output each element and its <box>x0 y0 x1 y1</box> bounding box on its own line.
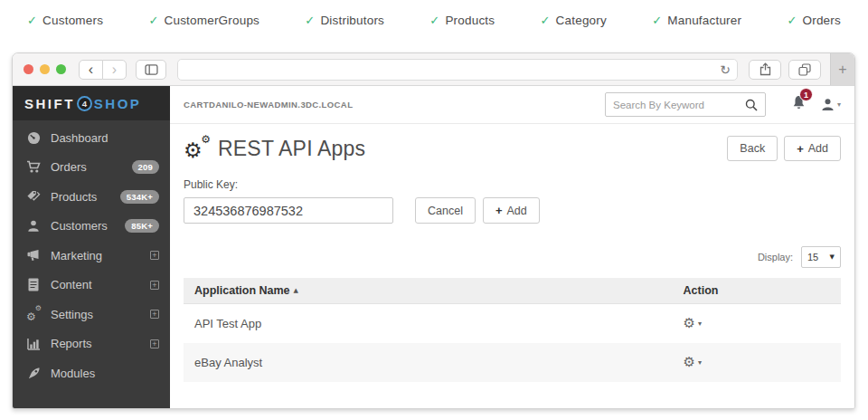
display-label: Display: <box>758 252 793 262</box>
checklist-label: Distributors <box>320 14 384 27</box>
browser-chrome: ‹ › ↻ + <box>13 53 854 86</box>
sidebar-item-content[interactable]: Content + <box>13 271 170 301</box>
address-bar[interactable] <box>178 60 737 80</box>
cancel-button[interactable]: Cancel <box>415 197 476 224</box>
sidebar-item-customers[interactable]: Customers 85K+ <box>13 212 170 242</box>
expand-icon[interactable]: + <box>150 310 159 319</box>
check-icon: ✓ <box>27 14 37 27</box>
checklist-item-orders: ✓ Orders <box>787 14 841 27</box>
browser-forward-button[interactable]: › <box>102 60 127 80</box>
sidebar-menu: Dashboard Orders 209 <box>13 120 170 388</box>
checklist-label: Products <box>445 14 495 27</box>
caret-down-icon: ▾ <box>698 358 702 367</box>
admin-header: CARTDANILO-NEWADMIN.3DC.LOCAL 1 <box>170 86 854 124</box>
orders-count-badge: 209 <box>132 160 159 174</box>
sidebar-toggle-button[interactable] <box>136 60 166 80</box>
notification-count-badge: 1 <box>799 88 813 101</box>
plus-icon: + <box>797 142 804 156</box>
page-size-select[interactable]: 15 ▼ <box>801 246 841 268</box>
row-action-menu-button[interactable]: ⚙ ▾ <box>684 317 841 330</box>
page-title: REST API Apps <box>218 137 365 161</box>
notifications-button[interactable]: 1 <box>791 95 807 114</box>
sidebar-item-settings[interactable]: ⚙ ⚙ Settings + <box>13 300 170 329</box>
tab-overview-button[interactable] <box>788 60 821 80</box>
sidebar-item-modules[interactable]: Modules <box>13 358 170 388</box>
rest-api-gears-icon: ⚙ ⚙ <box>184 136 212 161</box>
checklist-item-customers: ✓ Customers <box>27 14 103 27</box>
caret-down-icon: ▾ <box>698 320 702 328</box>
checklist-item-category: ✓ Category <box>540 14 606 27</box>
logo-text-shop: SHOP <box>94 96 142 111</box>
check-icon: ✓ <box>305 14 315 27</box>
sidebar-item-dashboard[interactable]: Dashboard <box>13 123 170 153</box>
file-icon <box>25 278 42 291</box>
expand-icon[interactable]: + <box>150 281 159 290</box>
sidebar-item-marketing[interactable]: Marketing + <box>13 241 170 271</box>
back-button[interactable]: Back <box>727 136 778 161</box>
plus-icon: + <box>495 204 503 217</box>
column-action: Action <box>684 284 841 297</box>
checklist-label: Manufacturer <box>667 14 741 27</box>
checklist-label: Customers <box>42 14 103 27</box>
import-checklist: ✓ Customers ✓ CustomerGroups ✓ Distribut… <box>0 0 868 40</box>
sidebar-item-label: Reports <box>51 337 150 350</box>
table-row: eBay Analyst ⚙ ▾ <box>184 343 841 382</box>
search-icon[interactable] <box>745 99 758 111</box>
new-tab-button[interactable]: + <box>830 53 854 85</box>
checklist-item-products: ✓ Products <box>429 14 495 27</box>
browser-window: ‹ › ↻ + <box>12 52 855 409</box>
sidebar-item-label: Products <box>51 190 120 204</box>
checklist-item-manufacturer: ✓ Manufacturer <box>652 14 741 27</box>
zoom-window-button[interactable] <box>56 64 66 74</box>
tags-icon <box>25 190 42 204</box>
sidebar-item-reports[interactable]: Reports + <box>13 329 170 359</box>
check-icon: ✓ <box>429 14 439 27</box>
page-header: ⚙ ⚙ REST API Apps Back + Add <box>170 124 854 170</box>
sidebar-item-label: Dashboard <box>51 131 159 145</box>
user-menu-button[interactable]: ▾ <box>821 98 841 111</box>
sidebar-item-label: Settings <box>51 308 150 321</box>
sidebar-item-label: Orders <box>51 160 132 174</box>
expand-icon[interactable]: + <box>150 339 159 348</box>
share-button[interactable] <box>749 60 781 80</box>
expand-icon[interactable]: + <box>150 251 159 260</box>
address-bar-container: ↻ <box>177 59 738 81</box>
reload-icon[interactable]: ↻ <box>720 63 731 76</box>
public-key-label: Public Key: <box>184 178 841 191</box>
browser-back-button[interactable]: ‹ <box>79 60 103 80</box>
shift4shop-logo[interactable]: SHIFT 4 SHOP <box>13 86 170 120</box>
history-nav: ‹ › <box>79 60 127 80</box>
column-application-name[interactable]: Application Name ▲ <box>184 284 684 297</box>
main-panel: CARTDANILO-NEWADMIN.3DC.LOCAL 1 <box>170 86 854 408</box>
form-add-button[interactable]: + Add <box>483 197 540 224</box>
logo-four-circle: 4 <box>77 96 92 111</box>
sidebar-item-label: Marketing <box>51 249 150 262</box>
user-icon <box>25 219 42 233</box>
checklist-label: Category <box>556 14 607 27</box>
checklist-label: CustomerGroups <box>164 14 259 27</box>
check-icon: ✓ <box>787 14 797 27</box>
rocket-icon <box>25 367 42 380</box>
api-apps-table: Application Name ▲ Action API Test App ⚙… <box>184 278 841 382</box>
minimize-window-button[interactable] <box>40 64 50 74</box>
add-button[interactable]: + Add <box>784 136 841 161</box>
sidebar-item-orders[interactable]: Orders 209 <box>13 153 170 183</box>
close-window-button[interactable] <box>24 64 33 74</box>
sidebar-item-label: Content <box>51 278 150 291</box>
dashboard-icon <box>25 131 42 145</box>
sidebar-item-products[interactable]: Products 534K+ <box>13 182 170 212</box>
page-size-value: 15 <box>807 252 818 262</box>
checklist-item-distributors: ✓ Distributors <box>305 14 384 27</box>
sidebar: SHIFT 4 SHOP Dashboard <box>13 86 170 408</box>
products-count-badge: 534K+ <box>120 190 159 204</box>
window-controls <box>24 64 66 74</box>
check-icon: ✓ <box>652 14 662 27</box>
sidebar-panel-icon <box>145 64 158 75</box>
public-key-form: Public Key: Cancel + Add <box>170 170 854 224</box>
public-key-input[interactable] <box>184 197 393 224</box>
search-input[interactable] <box>613 100 745 110</box>
share-icon <box>760 62 771 76</box>
check-icon: ✓ <box>148 14 158 27</box>
row-action-menu-button[interactable]: ⚙ ▾ <box>684 356 841 369</box>
cart-icon <box>25 160 42 174</box>
